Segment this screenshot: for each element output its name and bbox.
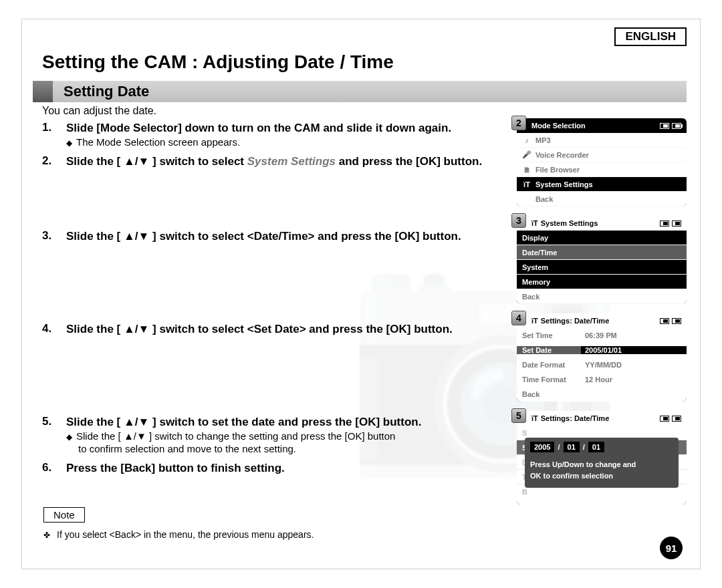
note-label: Note [43, 507, 85, 523]
settings-row[interactable]: Set Date2005/01/01 [517, 343, 687, 357]
menu-item[interactable]: Back [517, 289, 687, 304]
screen-5-title: Settings: Date/Time [541, 414, 610, 422]
setting-key: Time Format [517, 376, 581, 384]
menu-item[interactable]: 🗎File Browser [517, 162, 687, 177]
menu-icon: 🗎 [522, 166, 531, 174]
menu-item[interactable]: Display [517, 231, 687, 245]
step-4-main: Slide the [ ▲/▼ ] switch to select <Set … [66, 322, 510, 336]
step-number: 2. [42, 154, 66, 168]
step-1-main: Slide [Mode Selector] down to turn on th… [66, 121, 510, 135]
step-6-main: Press the [Back] button to finish settin… [66, 461, 510, 475]
battery-icon [672, 318, 681, 324]
battery-icon [672, 123, 681, 129]
intro-text: You can adjust the date. [42, 105, 156, 117]
date-day[interactable]: 01 [588, 442, 604, 452]
step-number: 3. [42, 229, 66, 243]
storage-icon [660, 220, 669, 227]
step-1-sub: The Mode Selection screen appears. [66, 136, 510, 148]
modal-msg-1: Press Up/Down to change and [530, 459, 673, 470]
settings-icon: ïT [531, 317, 538, 325]
menu-icon: 🎤 [522, 150, 531, 159]
step-5-sub-2: to confirm selection and move to the nex… [66, 443, 510, 454]
settings-row[interactable]: Set Time06:39 PM [517, 328, 687, 343]
setting-key: Set Date [517, 346, 581, 354]
battery-icon [672, 416, 681, 422]
page-title: Setting the CAM : Adjusting Date / Time [42, 51, 394, 73]
device-screen-4: 4 ïTSettings: Date/Time Set Time06:39 PM… [517, 313, 687, 402]
screen-2-title: Mode Selection [531, 122, 586, 130]
step-number: 5. [42, 415, 66, 454]
step-5-sub-1: Slide the [ ▲/▼ ] switch to change the s… [66, 430, 510, 442]
screen-badge: 4 [511, 311, 526, 325]
menu-item[interactable]: Date/Time [517, 245, 687, 260]
section-bar: Setting Date [33, 81, 687, 102]
setting-value: 12 Hour [581, 376, 687, 384]
setting-key: Back [517, 390, 581, 398]
menu-item[interactable]: ♪MP3 [517, 133, 687, 148]
menu-icon: ♪ [522, 136, 531, 144]
battery-icon [672, 220, 681, 227]
settings-icon: ïT [531, 414, 538, 422]
storage-icon [660, 318, 669, 324]
menu-item[interactable]: Back [517, 192, 687, 206]
setting-value: 2005/01/01 [581, 346, 687, 354]
step-5-main: Slide the [ ▲/▼ ] switch to set the date… [66, 415, 510, 429]
storage-icon [660, 123, 669, 129]
settings-row[interactable]: Time Format12 Hour [517, 372, 687, 387]
screen-badge: 5 [511, 408, 526, 423]
step-number: 1. [42, 121, 66, 148]
date-month[interactable]: 01 [564, 442, 580, 452]
device-screen-3: 3 ïTSystem Settings DisplayDate/TimeSyst… [517, 216, 687, 304]
setting-value: YY/MM/DD [581, 361, 687, 369]
date-edit-modal: 2005 / 01 / 01 Press Up/Down to change a… [525, 438, 679, 488]
screen-3-title: System Settings [541, 219, 598, 227]
language-badge: ENGLISH [614, 27, 687, 46]
menu-item[interactable]: ïTSystem Settings [517, 177, 687, 192]
step-2-main: Slide the [ ▲/▼ ] switch to select Syste… [66, 154, 510, 168]
screen-badge: 2 [511, 116, 526, 130]
screen-4-title: Settings: Date/Time [541, 317, 610, 325]
menu-item[interactable]: Memory [517, 275, 687, 289]
step-number: 6. [42, 461, 66, 475]
menu-item[interactable]: System [517, 260, 687, 275]
setting-key: Date Format [517, 361, 581, 369]
instructions: 1. Slide [Mode Selector] down to turn on… [42, 121, 510, 482]
storage-icon [660, 416, 669, 422]
date-year[interactable]: 2005 [530, 442, 554, 452]
device-screen-5: 5 ïTSettings: Date/Time S S D T B 2005 / [517, 411, 687, 504]
step-3-main: Slide the [ ▲/▼ ] switch to select <Date… [66, 229, 510, 243]
section-bar-tab [33, 81, 53, 102]
note-text: If you select <Back> in the menu, the pr… [43, 529, 314, 540]
step-number: 4. [42, 322, 66, 336]
screen-badge: 3 [511, 213, 526, 228]
settings-icon: ïT [531, 219, 538, 227]
section-title: Setting Date [64, 83, 149, 100]
modal-msg-2: OK to confirm selection [530, 470, 673, 482]
device-screen-2: 2 Mode Selection ♪MP3🎤Voice Recorder🗎Fil… [517, 118, 687, 206]
page-number: 91 [660, 537, 683, 559]
settings-row[interactable]: Back [517, 387, 687, 402]
menu-icon: ïT [522, 180, 531, 188]
setting-value: 06:39 PM [581, 331, 687, 339]
setting-key: Set Time [517, 331, 581, 339]
menu-item[interactable]: 🎤Voice Recorder [517, 148, 687, 162]
settings-row[interactable]: Date FormatYY/MM/DD [517, 357, 687, 372]
